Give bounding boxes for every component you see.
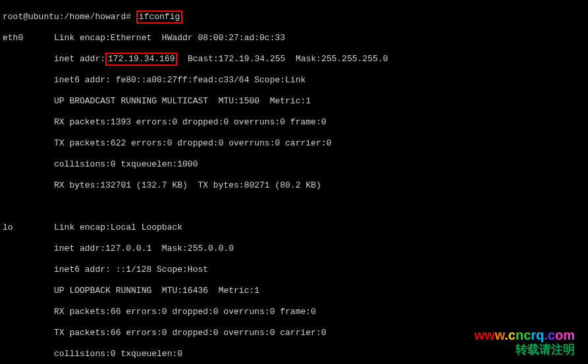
lo-flags: UP LOOPBACK RUNNING MTU:16436 Metric:1 (3, 286, 585, 296)
eth0-header-1: eth0 Link encap:Ethernet HWaddr 08:00:27… (3, 33, 585, 43)
shell-prompt: root@ubuntu:/home/howard# (3, 12, 136, 22)
eth0-bytes-1: RX bytes:132701 (132.7 KB) TX bytes:8027… (3, 180, 585, 191)
blank (3, 201, 585, 212)
lo-rx-packets: RX packets:66 errors:0 dropped:0 overrun… (3, 307, 585, 317)
eth0-collisions-1: collisions:0 txqueuelen:1000 (3, 159, 585, 170)
watermark: www.cncrq.com 转载请注明 (474, 327, 575, 357)
watermark-url: www.cncrq.com (474, 327, 575, 343)
eth0-inet6-1: inet6 addr: fe80::a00:27ff:fead:c33/64 S… (3, 75, 585, 86)
highlight-cmd-ifconfig-1: ifconfig (136, 11, 182, 24)
eth0-rx-packets-1: RX packets:1393 errors:0 dropped:0 overr… (3, 117, 585, 128)
lo-header: lo Link encap:Local Loopback (3, 222, 585, 233)
eth0-flags-1: UP BROADCAST RUNNING MULTICAST MTU:1500 … (3, 96, 585, 107)
prompt-line-1: root@ubuntu:/home/howard# ifconfig (3, 12, 585, 22)
lo-inet: inet addr:127.0.0.1 Mask:255.0.0.0 (3, 244, 585, 254)
eth0-tx-packets-1: TX packets:622 errors:0 dropped:0 overru… (3, 138, 585, 149)
terminal-output[interactable]: root@ubuntu:/home/howard# ifconfig eth0 … (3, 1, 585, 364)
lo-inet6: inet6 addr: ::1/128 Scope:Host (3, 265, 585, 275)
eth0-inet-1: inet addr:172.19.34.169 Bcast:172.19.34.… (3, 54, 585, 65)
watermark-text: 转载请注明 (474, 343, 575, 357)
highlight-ip-169: 172.19.34.169 (105, 53, 177, 66)
